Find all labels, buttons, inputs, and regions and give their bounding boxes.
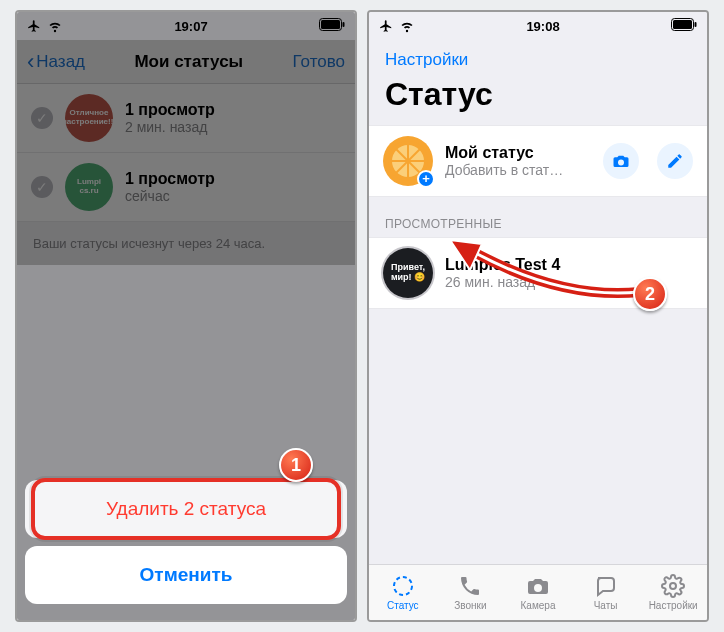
my-status-thumbnail: +	[383, 136, 433, 186]
navbar: ‹ Назад Мои статусы Готово	[17, 40, 355, 84]
clock: 19:07	[174, 19, 207, 34]
tab-settings[interactable]: Настройки	[639, 565, 707, 620]
page-title: Статус	[369, 72, 707, 125]
camera-icon	[612, 152, 630, 170]
annotation-badge-2: 2	[633, 277, 667, 311]
svg-point-13	[670, 583, 676, 589]
airplane-mode-icon	[27, 19, 41, 33]
settings-back-link[interactable]: Настройки	[369, 40, 707, 72]
highlight-delete	[31, 478, 341, 540]
my-status-title: Мой статус	[445, 144, 563, 162]
check-icon: ✓	[31, 107, 53, 129]
svg-point-12	[394, 577, 412, 595]
row-title: 1 просмотр	[125, 170, 215, 188]
camera-tab-icon	[526, 574, 550, 598]
my-status-subtitle: Добавить в стат…	[445, 162, 563, 178]
tab-calls[interactable]: Звонки	[437, 565, 505, 620]
wifi-icon	[399, 19, 415, 33]
svg-rect-1	[321, 20, 340, 29]
my-status-row[interactable]: + Мой статус Добавить в стат…	[369, 125, 707, 197]
svg-marker-14	[450, 240, 482, 270]
status-row[interactable]: ✓ Lumpi cs.ru 1 просмотр сейчас	[17, 153, 355, 222]
gear-icon	[661, 574, 685, 598]
svg-rect-4	[673, 20, 692, 29]
status-bar: 19:08	[369, 12, 707, 40]
wifi-icon	[47, 19, 63, 33]
annotation-badge-1: 1	[279, 448, 313, 482]
status-thumbnail: Lumpi cs.ru	[65, 163, 113, 211]
check-icon: ✓	[31, 176, 53, 198]
row-subtitle: 2 мин. назад	[125, 119, 215, 135]
tab-camera[interactable]: Камера	[504, 565, 572, 620]
phone-icon	[458, 574, 482, 598]
disappear-hint: Ваши статусы исчезнут через 24 часа.	[17, 222, 355, 265]
cancel-button[interactable]: Отменить	[25, 546, 347, 604]
pencil-status-button[interactable]	[657, 143, 693, 179]
annotation-arrow	[440, 230, 655, 310]
back-button[interactable]: ‹ Назад	[27, 52, 85, 72]
row-title: 1 просмотр	[125, 101, 215, 119]
svg-rect-5	[695, 22, 697, 27]
status-tab-icon	[391, 574, 415, 598]
battery-icon	[319, 18, 345, 31]
status-bar: 19:07	[17, 12, 355, 40]
chats-icon	[594, 574, 618, 598]
airplane-mode-icon	[379, 19, 393, 33]
row-subtitle: сейчас	[125, 188, 215, 204]
viewed-thumbnail: Привет, мир! 😊	[383, 248, 433, 298]
tab-chats[interactable]: Чаты	[572, 565, 640, 620]
pencil-icon	[666, 152, 684, 170]
battery-icon	[671, 18, 697, 31]
done-button[interactable]: Готово	[292, 52, 345, 72]
page-title: Мои статусы	[134, 52, 243, 72]
svg-rect-2	[343, 22, 345, 27]
clock: 19:08	[526, 19, 559, 34]
status-thumbnail: Отличное настроение!!!	[65, 94, 113, 142]
right-screenshot: 19:08 Настройки Статус + Мой статус Доба…	[367, 10, 709, 622]
plus-badge-icon: +	[417, 170, 435, 188]
left-screenshot: 19:07 ‹ Назад Мои статусы Готово ✓ Отлич…	[15, 10, 357, 622]
status-row[interactable]: ✓ Отличное настроение!!! 1 просмотр 2 ми…	[17, 84, 355, 153]
tab-status[interactable]: Статус	[369, 565, 437, 620]
camera-status-button[interactable]	[603, 143, 639, 179]
tab-bar: Статус Звонки Камера Чаты Настройки	[369, 564, 707, 620]
